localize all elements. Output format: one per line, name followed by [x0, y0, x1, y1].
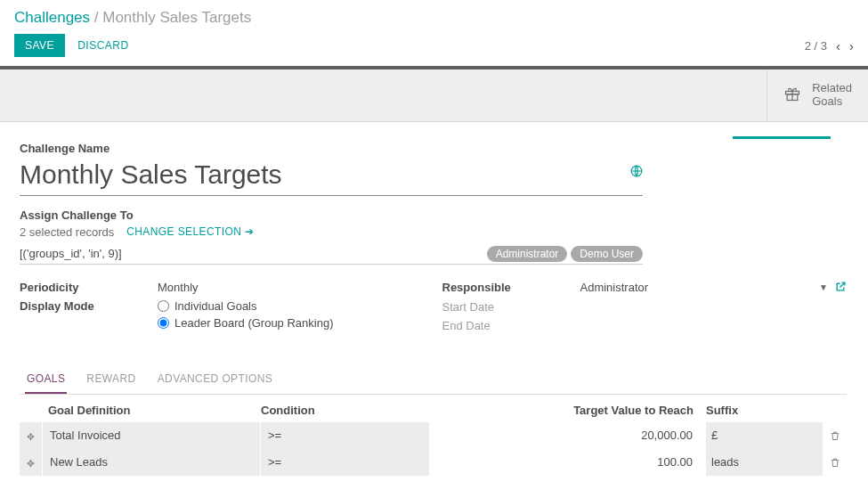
goal-definition-cell[interactable]: Total Invoiced — [43, 422, 261, 449]
display-mode-individual-radio[interactable] — [158, 300, 169, 312]
goal-definition-cell[interactable]: New Leads — [43, 449, 261, 476]
challenge-name-label: Challenge Name — [20, 142, 847, 155]
goal-condition-cell[interactable]: >= — [261, 449, 430, 476]
goal-target-cell[interactable]: 100.00 — [430, 449, 706, 476]
change-selection-button[interactable]: CHANGE SELECTION ➔ — [126, 225, 255, 238]
pager-next-icon[interactable]: › — [849, 38, 854, 53]
related-goals-line1: Related — [812, 82, 852, 95]
gift-icon — [783, 85, 801, 105]
drag-handle-icon[interactable]: ✥ — [20, 449, 43, 476]
goal-suffix-cell[interactable]: leads — [706, 449, 823, 476]
discard-button[interactable]: DISCARD — [77, 39, 129, 52]
delete-row-icon[interactable] — [823, 449, 847, 476]
goal-row[interactable]: ✥ Total Invoiced >= 20,000.00 £ — [20, 422, 847, 449]
responsible-input[interactable] — [580, 281, 813, 294]
breadcrumb-current: Monthly Sales Targets — [102, 9, 251, 26]
assign-label: Assign Challenge To — [20, 208, 643, 222]
external-link-icon[interactable] — [835, 281, 847, 295]
related-goals-line2: Goals — [812, 95, 852, 109]
display-mode-individual-label: Individual Goals — [174, 299, 257, 313]
breadcrumb-sep: / — [94, 9, 102, 26]
pager-label: 2 / 3 — [805, 39, 827, 53]
periodicity-value[interactable]: Monthly — [158, 281, 425, 294]
globe-icon[interactable] — [630, 165, 643, 180]
goals-col-suffix: Suffix — [706, 404, 823, 417]
goal-target-cell[interactable]: 20,000.00 — [430, 422, 706, 449]
save-button[interactable]: SAVE — [14, 34, 65, 57]
tab-goals[interactable]: GOALS — [25, 365, 67, 394]
assign-selected-count: 2 selected records — [20, 225, 114, 239]
periodicity-label: Periodicity — [20, 281, 158, 294]
tab-reward[interactable]: REWARD — [85, 365, 137, 394]
related-goals-button[interactable]: Related Goals — [783, 82, 852, 109]
tab-advanced[interactable]: ADVANCED OPTIONS — [156, 365, 275, 394]
breadcrumb-parent[interactable]: Challenges — [14, 9, 90, 26]
display-mode-leaderboard-label: Leader Board (Group Ranking) — [174, 316, 334, 330]
challenge-name-input[interactable] — [20, 158, 621, 195]
breadcrumb: Challenges / Monthly Sales Targets — [14, 9, 854, 27]
user-pill: Administrator — [487, 246, 568, 262]
arrow-right-icon: ➔ — [245, 225, 254, 238]
goals-col-definition: Goal Definition — [43, 404, 261, 417]
pager: 2 / 3 ‹ › — [805, 38, 854, 53]
user-pill: Demo User — [571, 246, 643, 262]
end-date-label: End Date — [442, 319, 580, 332]
start-date-label: Start Date — [442, 300, 580, 314]
goals-col-target: Target Value to Reach — [430, 404, 706, 417]
display-mode-label: Display Mode — [20, 299, 158, 313]
pager-prev-icon[interactable]: ‹ — [836, 38, 840, 53]
assign-domain-text[interactable]: [('groups_id', 'in', 9)] — [20, 247, 483, 260]
goals-col-condition: Condition — [261, 404, 430, 417]
caret-down-icon[interactable]: ▼ — [819, 282, 828, 292]
goal-row[interactable]: ✥ New Leads >= 100.00 leads — [20, 449, 847, 476]
display-mode-leaderboard-radio[interactable] — [158, 317, 169, 329]
goal-suffix-cell[interactable]: £ — [706, 422, 823, 449]
delete-row-icon[interactable] — [823, 422, 847, 449]
drag-handle-icon[interactable]: ✥ — [20, 422, 43, 449]
status-indicator — [733, 136, 831, 139]
responsible-label: Responsible — [442, 281, 580, 294]
goal-condition-cell[interactable]: >= — [261, 422, 430, 449]
